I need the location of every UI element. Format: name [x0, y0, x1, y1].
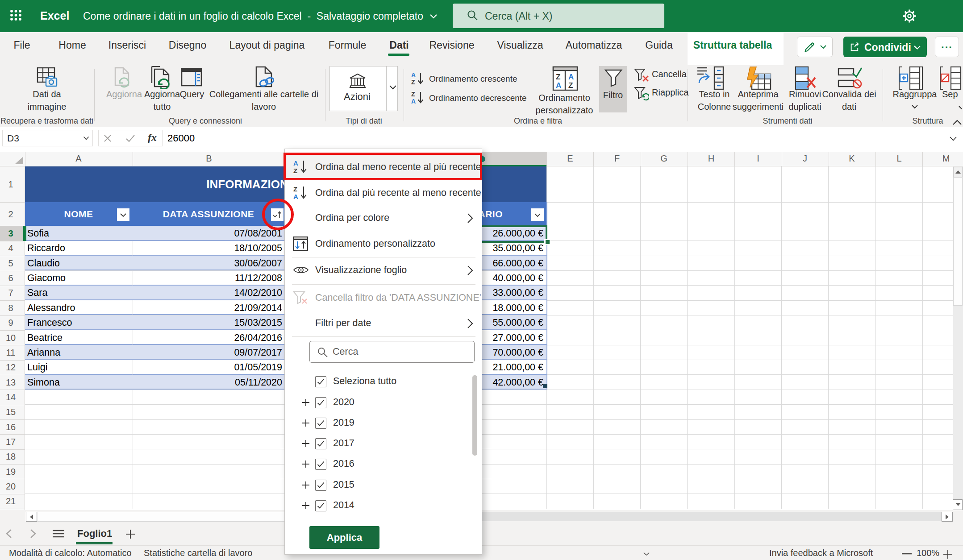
svg-text:Z: Z: [411, 79, 415, 86]
svg-text:A: A: [411, 71, 416, 79]
svg-text:A: A: [411, 98, 416, 105]
svg-text:Z: Z: [556, 73, 560, 81]
svg-text:Z: Z: [293, 185, 297, 193]
svg-text:Z: Z: [411, 91, 415, 98]
svg-text:A: A: [293, 193, 298, 200]
svg-text:A: A: [568, 73, 574, 81]
svg-text:Z: Z: [568, 81, 573, 90]
svg-text:A: A: [556, 81, 561, 90]
